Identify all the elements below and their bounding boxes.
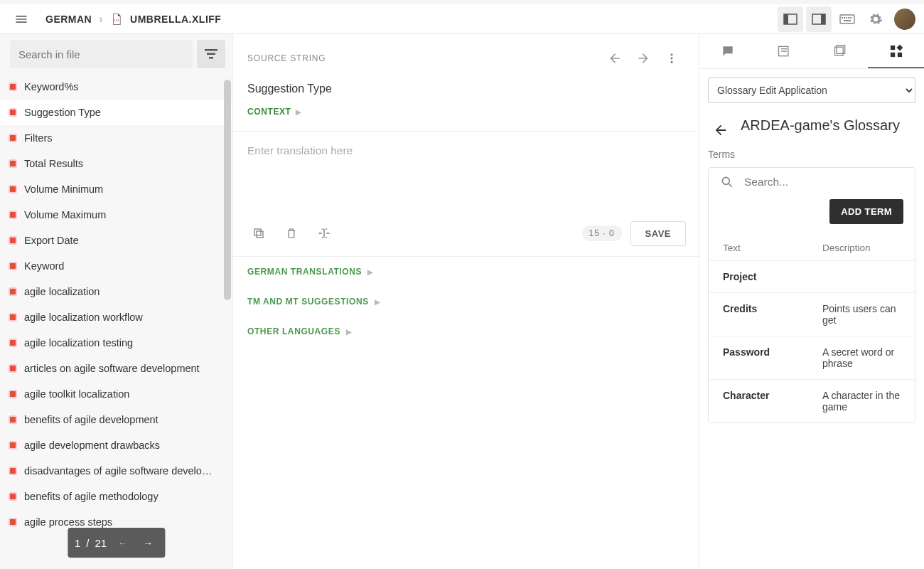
search-input[interactable]: [10, 40, 193, 68]
context-toggle[interactable]: CONTEXT▶: [233, 107, 699, 131]
keyboard-icon: [839, 14, 855, 25]
status-dot: [10, 289, 16, 294]
glossary-selector[interactable]: Glossary Edit Application: [708, 78, 915, 103]
more-vert-icon: [665, 52, 678, 65]
status-dot: [10, 186, 16, 192]
page-prev-button[interactable]: ←: [112, 533, 132, 553]
next-string-button[interactable]: [630, 46, 656, 71]
svg-rect-27: [890, 53, 894, 57]
layout-left-button[interactable]: [778, 6, 803, 32]
translation-input[interactable]: Enter translation here: [233, 131, 699, 216]
string-label: articles on agile software development: [24, 363, 200, 374]
string-row[interactable]: agile toolkit localization: [0, 381, 232, 407]
expand-section[interactable]: TM AND MT SUGGESTIONS▶: [233, 287, 699, 317]
string-row[interactable]: articles on agile software development: [0, 356, 232, 381]
source-text: Suggestion Type: [233, 77, 699, 107]
copy-source-button[interactable]: [246, 220, 272, 246]
string-row[interactable]: agile localization workflow: [0, 304, 232, 330]
string-label: agile localization workflow: [24, 312, 143, 323]
svg-point-16: [671, 58, 673, 60]
status-dot: [10, 238, 16, 243]
svg-rect-18: [254, 229, 261, 235]
string-row[interactable]: Keyword%s: [0, 74, 232, 100]
svg-rect-12: [205, 49, 217, 51]
menu-button[interactable]: [9, 6, 34, 32]
string-row[interactable]: disadvantages of agile software develo…: [0, 458, 232, 484]
string-row[interactable]: benefits of agile methodology: [0, 484, 232, 509]
insert-tag-button[interactable]: [311, 220, 337, 246]
svg-rect-8: [846, 17, 847, 18]
breadcrumb-file[interactable]: UMBRELLA.XLIFF: [130, 14, 221, 25]
glossary-search-input[interactable]: [744, 176, 903, 188]
term-row[interactable]: CharacterA character in the game: [709, 379, 915, 422]
breadcrumb-language[interactable]: GERMAN: [45, 14, 92, 25]
save-button[interactable]: SAVE: [630, 221, 686, 246]
page-total: 21: [95, 537, 107, 549]
svg-point-29: [722, 177, 729, 184]
arrow-left-icon: [713, 122, 729, 138]
col-text: Text: [723, 243, 822, 253]
expand-section[interactable]: GERMAN TRANSLATIONS▶: [233, 257, 699, 287]
avatar[interactable]: [894, 9, 915, 30]
string-label: Total Results: [24, 158, 83, 169]
status-dot: [10, 519, 16, 525]
tab-apps[interactable]: [868, 34, 924, 68]
apps-icon: [890, 45, 903, 58]
book-icon: [777, 45, 791, 58]
string-label: benefits of agile methodology: [24, 491, 159, 502]
expand-section[interactable]: OTHER LANGUAGES▶: [233, 317, 699, 346]
filter-button[interactable]: [197, 40, 225, 68]
svg-rect-13: [207, 53, 215, 55]
menu-icon: [14, 12, 28, 26]
string-row[interactable]: Keyword: [0, 253, 232, 279]
string-row[interactable]: Volume Minimum: [0, 176, 232, 202]
tab-comments[interactable]: [699, 34, 756, 68]
tab-tm[interactable]: [756, 34, 812, 68]
svg-rect-14: [209, 57, 213, 59]
glossary-title: ARDEA-game's Glossary: [741, 116, 900, 134]
settings-button[interactable]: [863, 6, 888, 32]
tab-glossary[interactable]: [812, 34, 868, 68]
delete-button[interactable]: [279, 220, 304, 246]
string-row[interactable]: Export Date: [0, 228, 232, 253]
source-string-label: SOURCE STRING: [247, 53, 326, 63]
string-row[interactable]: Suggestion Type: [0, 100, 232, 125]
string-label: agile development drawbacks: [24, 440, 160, 451]
page-next-button[interactable]: →: [138, 533, 158, 553]
string-row[interactable]: agile localization: [0, 279, 232, 304]
layout-right-button[interactable]: [806, 6, 832, 32]
string-row[interactable]: agile localization testing: [0, 330, 232, 356]
string-row[interactable]: Volume Maximum: [0, 202, 232, 228]
string-row[interactable]: agile development drawbacks: [0, 432, 232, 458]
term-row[interactable]: Project: [709, 260, 915, 292]
string-label: benefits of agile development: [24, 414, 159, 425]
trash-icon: [285, 227, 298, 240]
string-label: Volume Maximum: [24, 209, 106, 220]
status-dot: [10, 84, 16, 90]
svg-line-30: [729, 184, 732, 187]
svg-rect-11: [844, 20, 851, 21]
file-icon: xliff: [110, 13, 123, 26]
triangle-right-icon: ▶: [296, 108, 302, 116]
svg-point-17: [671, 61, 673, 63]
term-row[interactable]: PasswordA secret word or phrase: [709, 336, 915, 379]
svg-rect-9: [848, 17, 849, 18]
keyboard-button[interactable]: [834, 6, 860, 32]
more-button[interactable]: [659, 46, 684, 71]
string-label: agile localization: [24, 286, 100, 297]
scrollbar[interactable]: [224, 80, 231, 300]
prev-string-button[interactable]: [602, 46, 628, 71]
term-row[interactable]: CreditsPoints users can get: [709, 292, 915, 336]
string-row[interactable]: Filters: [0, 125, 232, 151]
term-table-header: Text Description: [709, 235, 915, 260]
back-button[interactable]: [711, 120, 731, 140]
status-dot: [10, 494, 16, 499]
status-dot: [10, 263, 16, 269]
add-term-button[interactable]: ADD TERM: [829, 199, 903, 224]
term-desc: A character in the game: [822, 390, 901, 413]
string-label: Suggestion Type: [24, 107, 101, 118]
svg-rect-24: [837, 46, 845, 54]
string-row[interactable]: Total Results: [0, 151, 232, 176]
string-row[interactable]: benefits of agile development: [0, 407, 232, 432]
string-label: Keyword: [24, 260, 64, 272]
